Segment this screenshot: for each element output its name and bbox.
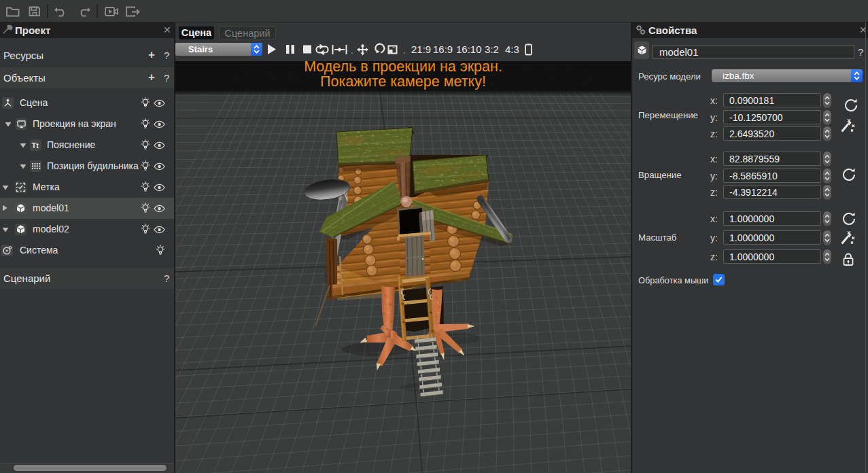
svg-text:16:9: 16:9 [433, 43, 453, 55]
svg-text:16:10: 16:10 [456, 43, 482, 55]
svg-text:21:9: 21:9 [411, 43, 431, 55]
svg-text:Tt: Tt [32, 141, 39, 150]
svg-text:4:3: 4:3 [505, 43, 519, 55]
svg-text:3:2: 3:2 [485, 43, 499, 55]
